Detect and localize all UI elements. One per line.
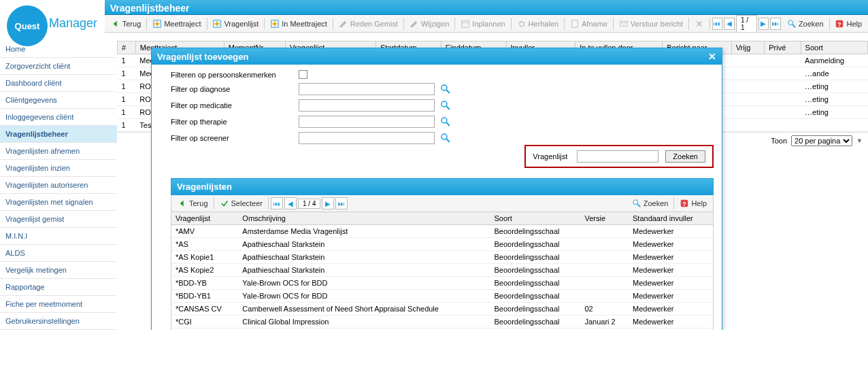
search-icon xyxy=(632,199,641,208)
help-button[interactable]: ? Help xyxy=(831,17,865,31)
terug-label: Terug xyxy=(122,20,141,28)
dlg-terug-button[interactable]: Terug xyxy=(174,197,212,210)
sidebar: HomeZorgoverzicht cliëntDashboard cliënt… xyxy=(0,41,117,330)
sidebar-item[interactable]: Vragenlijsten autoriseren xyxy=(0,177,117,194)
nav-last-button[interactable]: ⏭ xyxy=(770,18,781,30)
sidebar-item[interactable]: Fiche per meetmoment xyxy=(0,296,117,313)
dlg-nav-first[interactable]: ⏮ xyxy=(271,197,283,209)
sidebar-item[interactable]: Zorgoverzicht cliënt xyxy=(0,58,117,75)
wijzigen-button[interactable]: Wijzigen xyxy=(406,17,453,31)
filter-persoon-checkbox[interactable] xyxy=(299,70,307,79)
filter-therapie-input[interactable] xyxy=(299,116,435,128)
table-row[interactable]: *CANSAS CVCamberwell Assessment of Need … xyxy=(171,303,713,316)
delete-button[interactable] xyxy=(691,17,707,31)
dlg-selecteer-button[interactable]: Selecteer xyxy=(216,197,266,210)
filter-diagnose-input[interactable] xyxy=(299,83,435,95)
nav-first-button[interactable]: ⏮ xyxy=(712,18,723,30)
edit-icon xyxy=(410,19,419,29)
sidebar-item[interactable]: Dashboard cliënt xyxy=(0,75,117,92)
lookup-icon[interactable] xyxy=(440,84,451,95)
table-row[interactable]: *BDD-YBYale-Brown OCS for BDDBeoordeling… xyxy=(171,277,713,290)
sidebar-item[interactable]: Inloggegevens cliënt xyxy=(0,109,117,126)
column-header[interactable]: Privé xyxy=(765,41,801,54)
table-row[interactable]: *AMVAmsterdamse Media VragenlijstBeoorde… xyxy=(171,225,713,238)
dialog-close-button[interactable]: ✕ xyxy=(708,51,716,62)
column-header[interactable]: Omschrijving xyxy=(238,212,490,225)
table-row[interactable]: *BDD-YB1Yale-Brown OCS for BDDBeoordelin… xyxy=(171,290,713,303)
in-meettraject-label: In Meettraject xyxy=(282,20,327,28)
search-button[interactable]: Zoeken xyxy=(665,150,705,163)
sidebar-item[interactable]: Vragenlijstbeheer xyxy=(0,126,117,143)
sidebar-item[interactable]: Vergelijk metingen xyxy=(0,262,117,279)
sidebar-item[interactable]: M.I.N.I xyxy=(0,228,117,245)
dlg-help-button[interactable]: ? Help xyxy=(676,197,710,210)
table-row[interactable]: *GAFGlobal Assessment of FunctioningBeoo… xyxy=(171,328,713,331)
column-header[interactable]: # xyxy=(118,41,136,54)
column-header[interactable]: Vrijg xyxy=(731,41,765,54)
plus-icon xyxy=(212,19,222,29)
afname-button[interactable]: Afname xyxy=(567,17,611,31)
filter-medicatie-label: Filter op medicatie xyxy=(171,101,293,109)
search-label: Vragenlijst xyxy=(533,152,567,160)
svg-point-7 xyxy=(788,20,793,24)
dlg-zoeken-button[interactable]: Zoeken xyxy=(629,197,672,210)
verstuur-button[interactable]: Verstuur bericht xyxy=(616,17,686,31)
svg-line-12 xyxy=(446,90,450,93)
sidebar-item[interactable]: Vragenlijst gemist xyxy=(0,211,117,228)
sidebar-item[interactable]: Rapportage xyxy=(0,279,117,296)
filter-diagnose-label: Filter op diagnose xyxy=(171,85,293,93)
arrow-left-icon xyxy=(111,19,120,29)
column-header[interactable]: Vragenlijst xyxy=(171,212,238,225)
nav-next-button[interactable]: ▶ xyxy=(758,18,769,30)
wijzigen-label: Wijzigen xyxy=(421,20,450,28)
svg-point-13 xyxy=(441,101,447,107)
meettraject-label: Meettraject xyxy=(164,20,201,28)
filter-therapie-label: Filter op therapie xyxy=(171,118,293,126)
lookup-icon[interactable] xyxy=(440,133,451,143)
column-header[interactable]: Standaard invuller xyxy=(629,212,713,225)
x-icon xyxy=(695,19,704,29)
table-row[interactable]: *CGIClinical Global ImpressionBeoordelin… xyxy=(171,316,713,328)
terug-button[interactable]: Terug xyxy=(107,17,145,31)
inplannen-button[interactable]: Inplannen xyxy=(457,17,508,31)
per-page-select[interactable]: 20 per pagina xyxy=(791,135,852,146)
table-row[interactable]: *AS Kopie2Apathieschaal StarksteinBeoord… xyxy=(171,264,713,277)
reden-gemist-button[interactable]: Reden Gemist xyxy=(335,17,401,31)
lookup-icon[interactable] xyxy=(440,116,451,127)
in-meettraject-button[interactable]: In Meettraject xyxy=(267,17,331,31)
sidebar-item[interactable]: Gebruikersinstellingen xyxy=(0,313,117,330)
nav-prev-button[interactable]: ◀ xyxy=(724,18,735,30)
filter-medicatie-input[interactable] xyxy=(299,99,435,112)
sidebar-item[interactable]: Cliëntgegevens xyxy=(0,92,117,109)
verstuur-label: Verstuur bericht xyxy=(631,20,683,28)
dlg-nav-next[interactable]: ▶ xyxy=(322,197,334,209)
zoeken-button[interactable]: Zoeken xyxy=(784,17,827,31)
logo: Quest Manager xyxy=(0,0,105,41)
sidebar-item[interactable]: Vragenlijsten met signalen xyxy=(0,194,117,211)
search-input[interactable] xyxy=(577,150,658,163)
column-header[interactable]: Soort xyxy=(490,212,580,225)
dlg-nav-prev[interactable]: ◀ xyxy=(284,197,297,209)
table-row[interactable]: *AS Kopie1Apathieschaal StarksteinBeoord… xyxy=(171,251,713,264)
vragenlijst-button[interactable]: Vragenlijst xyxy=(209,17,262,31)
dlg-nav-last[interactable]: ⏭ xyxy=(335,197,348,209)
meettraject-button[interactable]: Meettraject xyxy=(149,17,204,31)
sidebar-item[interactable]: Vragenlijsten inzien xyxy=(0,160,117,177)
column-header[interactable]: Soort xyxy=(801,41,867,54)
herhalen-button[interactable]: Herhalen xyxy=(514,17,563,31)
search-icon xyxy=(787,19,797,29)
dropdown-icon: ▼ xyxy=(856,137,863,144)
toon-label: Toon xyxy=(771,137,787,145)
sidebar-item[interactable]: Vragenlijsten afnemen xyxy=(0,143,117,160)
dlg-page-indicator: 1 / 4 xyxy=(298,199,320,209)
svg-line-18 xyxy=(446,139,450,142)
sidebar-item[interactable]: ALDS xyxy=(0,245,117,262)
column-header[interactable]: Versie xyxy=(580,212,629,225)
svg-line-20 xyxy=(637,204,640,207)
svg-rect-5 xyxy=(572,20,578,27)
lookup-icon[interactable] xyxy=(440,100,451,111)
search-highlight-box: Vragenlijst Zoeken xyxy=(524,145,714,168)
arrow-left-icon xyxy=(178,199,187,208)
filter-screener-input[interactable] xyxy=(299,132,435,144)
table-row[interactable]: *ASApathieschaal StarksteinBeoordelingss… xyxy=(171,238,713,251)
